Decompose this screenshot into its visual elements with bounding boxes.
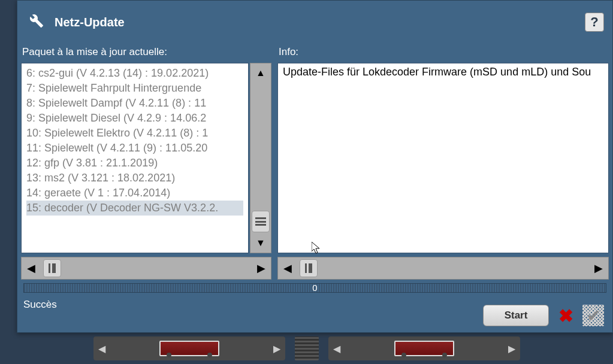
dialog-header: Netz-Update ? — [17, 1, 612, 44]
train-card-right: ◀ ▶ — [328, 336, 520, 360]
scroll-thumb[interactable] — [300, 259, 318, 277]
scroll-thumb[interactable] — [43, 259, 61, 277]
package-list-item[interactable]: 15: decoder (V Decoder NG-SW V3.2.2. — [26, 201, 243, 216]
bottom-center-grip — [295, 336, 319, 360]
package-list-item[interactable]: 12: gfp (V 3.81 : 21.1.2019) — [26, 156, 243, 171]
scroll-track[interactable] — [250, 83, 271, 210]
train-icon — [159, 341, 219, 356]
progress-area: 0 — [17, 283, 612, 294]
dialog-title: Netz-Update — [55, 16, 125, 29]
confirm-button[interactable]: ✔ — [582, 305, 604, 326]
package-vertical-scrollbar[interactable]: ▲ ▼ — [250, 63, 271, 253]
arrow-right-icon: ▶ — [508, 343, 515, 354]
train-icon — [394, 341, 454, 356]
package-list[interactable]: 6: cs2-gui (V 4.2.13 (14) : 19.02.2021)7… — [21, 63, 249, 253]
scroll-down-button[interactable]: ▼ — [250, 233, 271, 253]
package-panel-label: Paquet à la mise à jour actuelle: — [21, 44, 271, 63]
arrow-left-icon: ◀ — [98, 343, 105, 354]
package-list-item[interactable]: 9: Spielewelt Diesel (V 4.2.9 : 14.06.2 — [26, 111, 243, 126]
package-list-item[interactable]: 7: Spielewelt Fahrpult Hintergruende — [26, 81, 243, 96]
update-dialog: Netz-Update ? Paquet à la mise à jour ac… — [17, 0, 613, 333]
scroll-left-button[interactable]: ◀ — [22, 257, 41, 279]
scroll-right-button[interactable]: ▶ — [589, 257, 608, 279]
package-horizontal-scrollbar[interactable]: ◀ ▶ — [21, 257, 271, 280]
close-icon: ✖ — [558, 305, 573, 326]
scroll-menu-button[interactable] — [252, 211, 270, 232]
scroll-left-button[interactable]: ◀ — [278, 257, 297, 279]
progress-value: 0 — [312, 283, 317, 293]
info-horizontal-scrollbar[interactable]: ◀ ▶ — [277, 257, 609, 280]
info-box: Update-Files für Lokdecoder Firmware (mS… — [277, 63, 609, 253]
info-panel: Info: Update-Files für Lokdecoder Firmwa… — [277, 44, 609, 253]
background-toolbar: ◀ ▶ ◀ ▶ — [0, 333, 613, 364]
info-text: Update-Files für Lokdecoder Firmware (mS… — [283, 66, 603, 78]
train-card-left: ◀ ▶ — [93, 336, 285, 360]
package-list-item[interactable]: 6: cs2-gui (V 4.2.13 (14) : 19.02.2021) — [26, 66, 243, 81]
package-list-item[interactable]: 11: Spielewelt (V 4.2.11 (9) : 11.05.20 — [26, 141, 243, 156]
package-list-item[interactable]: 14: geraete (V 1 : 17.04.2014) — [26, 186, 243, 201]
package-list-item[interactable]: 8: Spielewelt Dampf (V 4.2.11 (8) : 11 — [26, 96, 243, 111]
scroll-up-button[interactable]: ▲ — [250, 63, 271, 83]
arrow-left-icon: ◀ — [333, 343, 340, 354]
dialog-footer: Start ✖ ✔ — [483, 305, 604, 326]
cancel-button[interactable]: ✖ — [555, 305, 576, 326]
start-button[interactable]: Start — [483, 305, 549, 326]
arrow-right-icon: ▶ — [273, 343, 280, 354]
info-panel-label: Info: — [277, 44, 609, 63]
help-button[interactable]: ? — [585, 13, 604, 32]
package-list-item[interactable]: 13: ms2 (V 3.121 : 18.02.2021) — [26, 171, 243, 186]
check-icon: ✔ — [587, 306, 600, 326]
package-list-item[interactable]: 10: Spielewelt Elektro (V 4.2.11 (8) : 1 — [26, 126, 243, 141]
wrench-icon — [29, 14, 44, 31]
package-panel: Paquet à la mise à jour actuelle: 6: cs2… — [21, 44, 271, 253]
scroll-right-button[interactable]: ▶ — [252, 257, 271, 279]
